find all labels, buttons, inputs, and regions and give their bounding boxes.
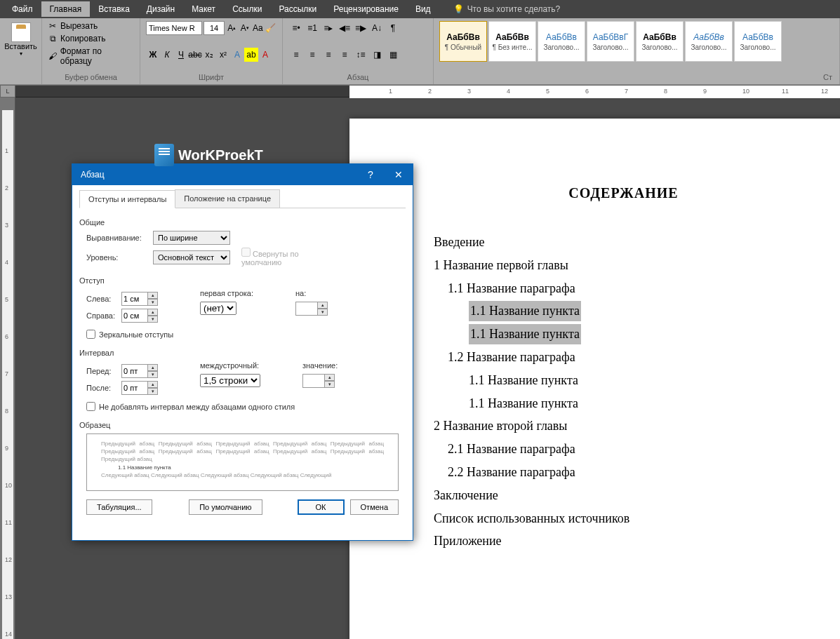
toc-line[interactable]: 1.1 Название пункта — [434, 301, 813, 321]
grow-font-button[interactable]: A▴ — [226, 21, 238, 35]
alignment-select[interactable]: По ширине — [153, 231, 230, 245]
nospace-checkbox[interactable] — [86, 402, 95, 411]
bullets-button[interactable]: ≡• — [288, 21, 304, 35]
numbering-button[interactable]: ≡1 — [305, 21, 320, 35]
on-input[interactable] — [295, 302, 318, 316]
toc-line[interactable]: 1.2 Название параграфа — [434, 347, 813, 368]
linespacing-select[interactable]: 1,5 строки — [200, 374, 260, 387]
align-right-button[interactable]: ≡ — [321, 48, 336, 62]
tab-view[interactable]: Вид — [407, 1, 439, 17]
strike-button[interactable]: abc — [188, 48, 202, 62]
style-item-6[interactable]: АаБбВвЗаголово... — [734, 21, 782, 62]
tab-file[interactable]: Файл — [4, 1, 41, 17]
format-painter-button[interactable]: 🖌Формат по образцу — [46, 45, 135, 67]
left-indent-input[interactable] — [121, 292, 148, 306]
highlight-button[interactable]: ab — [244, 48, 258, 62]
subscript-button[interactable]: x₂ — [202, 48, 216, 62]
level-select[interactable]: Основной текст — [153, 250, 230, 264]
font-color-button[interactable]: A — [258, 48, 272, 62]
toc-line[interactable]: 1 Название первой главы — [434, 255, 813, 276]
tab-mailings[interactable]: Рассылки — [270, 1, 325, 17]
vertical-ruler[interactable]: 1234567891011121314 — [0, 97, 15, 639]
firstline-select[interactable]: (нет) — [200, 302, 236, 315]
tab-position[interactable]: Положение на странице — [175, 189, 280, 208]
style-item-1[interactable]: АаБбВв¶ Без инте... — [488, 21, 536, 62]
copy-button[interactable]: ⧉Копировать — [46, 32, 135, 45]
bold-button[interactable]: Ж — [146, 48, 160, 62]
page-content[interactable]: СОДЕРЖАНИЕ Введение1 Название первой гла… — [349, 119, 840, 596]
font-size-select[interactable] — [204, 21, 225, 35]
spin-down[interactable]: ▾ — [325, 381, 335, 388]
font-name-select[interactable] — [146, 21, 202, 35]
spin-up[interactable]: ▴ — [325, 374, 335, 381]
toc-line[interactable]: 2 Название второй главы — [434, 416, 813, 436]
spin-up[interactable]: ▴ — [148, 364, 158, 371]
document-page[interactable]: СОДЕРЖАНИЕ Введение1 Название первой гла… — [349, 119, 840, 639]
tab-home[interactable]: Главная — [41, 1, 91, 17]
style-item-0[interactable]: АаБбВв¶ Обычный — [439, 21, 487, 62]
dialog-close-button[interactable]: ✕ — [385, 164, 413, 185]
tab-layout[interactable]: Макет — [183, 1, 224, 17]
toc-line[interactable]: Приложение — [434, 531, 813, 551]
toc-line[interactable]: 1.1 Название пункта — [434, 324, 813, 344]
toc-line[interactable]: 1.1 Название параграфа — [434, 278, 813, 299]
toc-line[interactable]: 2.1 Название параграфа — [434, 439, 813, 459]
value-input[interactable] — [302, 374, 325, 388]
dialog-titlebar[interactable]: Абзац ? ✕ — [72, 164, 413, 185]
shading-button[interactable]: ◨ — [369, 48, 385, 62]
change-case-button[interactable]: Aa — [252, 21, 264, 35]
sort-button[interactable]: A↓ — [369, 21, 385, 35]
borders-button[interactable]: ▦ — [385, 48, 401, 62]
tab-references[interactable]: Ссылки — [224, 1, 270, 17]
align-left-button[interactable]: ≡ — [288, 48, 304, 62]
toc-line[interactable]: 1.1 Название пункта — [434, 394, 813, 414]
toc-line[interactable]: 1.1 Название пункта — [434, 370, 813, 391]
default-button[interactable]: По умолчанию — [189, 499, 262, 515]
horizontal-ruler[interactable]: 123456789101112 — [15, 85, 840, 97]
line-spacing-button[interactable]: ↕≡ — [353, 48, 368, 62]
spin-up[interactable]: ▴ — [148, 292, 158, 299]
tab-review[interactable]: Рецензирование — [325, 1, 407, 17]
style-item-4[interactable]: АаБбВвЗаголово... — [636, 21, 684, 62]
spin-down[interactable]: ▾ — [148, 388, 158, 395]
tab-indents[interactable]: Отступы и интервалы — [79, 190, 175, 208]
indent-button[interactable]: ≡▶ — [353, 21, 368, 35]
outdent-button[interactable]: ◀≡ — [337, 21, 352, 35]
toc-line[interactable]: Введение — [434, 232, 813, 253]
ok-button[interactable]: ОК — [298, 499, 345, 515]
multilevel-button[interactable]: ≡▸ — [321, 21, 336, 35]
italic-button[interactable]: К — [160, 48, 174, 62]
cut-button[interactable]: ✂Вырезать — [46, 20, 135, 32]
spin-up[interactable]: ▴ — [148, 381, 158, 388]
before-input[interactable] — [121, 364, 148, 378]
underline-button[interactable]: Ч — [174, 48, 188, 62]
toc-line[interactable]: Заключение — [434, 485, 813, 506]
tab-design[interactable]: Дизайн — [138, 1, 183, 17]
ruler-corner[interactable]: L — [0, 85, 15, 97]
right-indent-input[interactable] — [121, 309, 148, 323]
clear-format-button[interactable]: 🧹 — [265, 21, 277, 35]
tabs-button[interactable]: Табуляция... — [86, 499, 152, 515]
after-input[interactable] — [121, 381, 148, 395]
tab-insert[interactable]: Вставка — [90, 1, 138, 17]
style-item-3[interactable]: АаБбВвГЗаголово... — [587, 21, 634, 62]
spin-down[interactable]: ▾ — [148, 316, 158, 323]
style-item-2[interactable]: АаБбВвЗаголово... — [538, 21, 585, 62]
spin-down[interactable]: ▾ — [318, 309, 328, 316]
spin-down[interactable]: ▾ — [148, 299, 158, 306]
show-marks-button[interactable]: ¶ — [385, 21, 401, 35]
align-center-button[interactable]: ≡ — [305, 48, 320, 62]
toc-line[interactable]: 2.2 Название параграфа — [434, 462, 813, 483]
spin-down[interactable]: ▾ — [148, 371, 158, 378]
style-item-5[interactable]: АаБбВвЗаголово... — [685, 21, 733, 62]
mirror-checkbox[interactable] — [86, 330, 95, 339]
spin-up[interactable]: ▴ — [148, 309, 158, 316]
cancel-button[interactable]: Отмена — [350, 499, 399, 515]
text-effects-button[interactable]: A — [230, 48, 244, 62]
spin-up[interactable]: ▴ — [318, 302, 328, 309]
shrink-font-button[interactable]: A▾ — [239, 21, 251, 35]
toc-line[interactable]: Список использованных источников — [434, 509, 813, 529]
dialog-help-button[interactable]: ? — [356, 164, 385, 185]
paste-button[interactable]: Вставить ▾ — [4, 20, 37, 60]
superscript-button[interactable]: x² — [216, 48, 230, 62]
